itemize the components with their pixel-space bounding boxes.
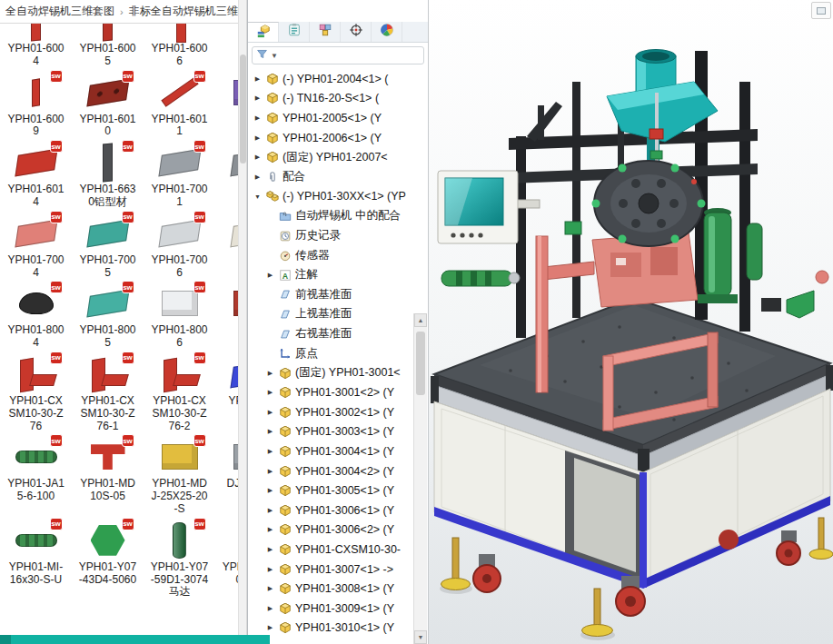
configurationmanager-tab[interactable]	[310, 22, 341, 42]
tree-item[interactable]: 原点	[248, 343, 428, 363]
collapse-arrow-icon[interactable]: ▼	[253, 193, 262, 200]
part-item[interactable]: swYPH01-8005	[72, 282, 144, 350]
part-item[interactable]: sw	[215, 213, 238, 280]
expand-arrow-icon[interactable]: ▶	[266, 546, 274, 553]
expand-arrow-icon[interactable]: ▶	[266, 507, 274, 514]
part-item[interactable]: swYPH01-6014	[0, 142, 72, 209]
expand-arrow-icon[interactable]: ▶	[266, 272, 274, 279]
expand-arrow-icon[interactable]: ▶	[266, 409, 274, 416]
part-item[interactable]: swYPH01-JA15-6-100	[0, 436, 72, 515]
part-item[interactable]: swYPH01-7006	[144, 213, 215, 280]
part-item[interactable]: swYPH01-6011	[144, 72, 215, 139]
scroll-up-icon[interactable]: ▲	[414, 313, 427, 327]
tree-item[interactable]: ▶YPH01-3001<2> (Y	[248, 383, 428, 403]
part-item[interactable]: swYPH	[215, 24, 238, 68]
part-item[interactable]: swYPH01-CXSM10-30-Z76-1	[72, 353, 144, 432]
part-item[interactable]: swYPH01-6006	[144, 24, 215, 68]
tree-item[interactable]: 传感器	[248, 245, 428, 265]
tree-item[interactable]: ▶YPH01-3009<1> (Y	[248, 599, 428, 619]
tree-item[interactable]: ▶YPH01-3004<2> (Y	[248, 461, 428, 481]
expand-arrow-icon[interactable]: ▶	[253, 114, 262, 122]
tree-filter-input[interactable]: ▼	[252, 46, 424, 64]
part-item[interactable]: swYPH01-6009	[0, 72, 72, 139]
expand-arrow-icon[interactable]: ▶	[266, 585, 274, 592]
confirmation-corner[interactable]	[811, 2, 831, 19]
part-item[interactable]: swYPH01-Y07-59D1-3074马达	[144, 520, 215, 599]
tree-item[interactable]: 上视基准面	[248, 304, 428, 324]
breadcrumb-tab-1[interactable]: 全自动焊锡机三维套图	[5, 4, 114, 19]
tree-item[interactable]: 右视基准面	[248, 324, 428, 344]
expand-arrow-icon[interactable]: ▶	[266, 624, 274, 631]
expand-arrow-icon[interactable]: ▶	[266, 448, 274, 455]
expand-arrow-icon[interactable]: ▶	[253, 75, 262, 83]
tree-item[interactable]: 自动焊锡机 中的配合	[248, 206, 428, 226]
expand-arrow-icon[interactable]: ▶	[266, 468, 274, 475]
chevron-down-icon[interactable]: ▼	[271, 52, 278, 60]
part-item[interactable]: swYPH01-CXSM10-30-Z76-2	[144, 353, 215, 432]
part-item[interactable]: swYPH	[215, 282, 238, 350]
tree-item[interactable]: ▶YPH01-3005<1> (Y	[248, 481, 428, 500]
part-item[interactable]: swYPH R06	[215, 353, 238, 432]
graphics-viewport[interactable]	[428, 0, 833, 644]
expand-arrow-icon[interactable]: ▶	[253, 154, 262, 161]
scrollbar-thumb[interactable]	[416, 332, 425, 395]
tree-item[interactable]: ▶YPH01-3008<1> (Y	[248, 579, 428, 599]
part-item[interactable]: swYPH 进球 Y09- 75	[215, 520, 238, 599]
expand-arrow-icon[interactable]: ▶	[266, 428, 274, 435]
part-item[interactable]: swYPH01-6004	[0, 24, 72, 68]
part-item[interactable]: swDJ-2 20-S	[215, 436, 238, 515]
part-item[interactable]: swYPH01-8004	[0, 282, 72, 350]
tree-item[interactable]: ▶YPH01-3007<1> ->	[248, 560, 428, 580]
tree-item[interactable]: ▶YPH01-CXSM10-30-	[248, 540, 428, 560]
part-item[interactable]: swYPH	[215, 72, 238, 139]
tree-item[interactable]: ▶YPH01-3003<1> (Y	[248, 422, 428, 442]
part-item[interactable]: swYPH01-Y07-43D4-5060	[72, 520, 144, 599]
tree-item[interactable]: ▶YPH01-3006<2> (Y	[248, 520, 428, 540]
expand-arrow-icon[interactable]: ▶	[266, 389, 274, 396]
expand-arrow-icon[interactable]: ▶	[253, 173, 262, 181]
part-item[interactable]: swYPH01-6010	[72, 72, 144, 139]
tree-item[interactable]: ▶配合	[248, 167, 428, 187]
part-item[interactable]: swYPH01-7005	[72, 213, 144, 280]
tree-item[interactable]: ▶YPH01-3006<1> (Y	[248, 500, 428, 520]
tree-item[interactable]: ▼(-) YPH01-30XX<1> (YP	[248, 187, 428, 207]
expand-arrow-icon[interactable]: ▶	[266, 526, 274, 533]
featuremanager-tab[interactable]	[248, 22, 279, 42]
propertymanager-tab[interactable]	[279, 22, 310, 42]
part-item[interactable]: swYPH01-MI-16x30-S-U	[0, 520, 72, 599]
part-item[interactable]: swYPH01-8006	[144, 282, 215, 350]
part-item[interactable]: swYPH	[215, 142, 238, 209]
tree-item[interactable]: 历史记录	[248, 226, 428, 246]
expand-arrow-icon[interactable]: ▶	[253, 94, 262, 102]
tree-item[interactable]: ▶YPH01-3004<1> (Y	[248, 441, 428, 461]
part-item[interactable]: swYPH01-7001	[144, 142, 215, 209]
tree-item[interactable]: ▶(-) YPH01-2004<1> (	[248, 69, 428, 89]
tree-scrollbar[interactable]: ▲ ▼	[413, 313, 427, 644]
tree-item[interactable]: ▶YPH01-2005<1> (Y	[248, 108, 428, 128]
expand-arrow-icon[interactable]: ▶	[266, 370, 274, 377]
parts-panel-scrollbar[interactable]	[238, 0, 247, 635]
scroll-down-icon[interactable]: ▼	[414, 630, 427, 644]
expand-arrow-icon[interactable]: ▶	[266, 487, 274, 494]
part-item[interactable]: swYPH01-CXSM10-30-Z76	[0, 353, 72, 432]
part-item[interactable]: swYPH01-6630铝型材	[72, 142, 144, 209]
part-item[interactable]: swYPH01-6005	[72, 24, 144, 68]
part-item[interactable]: swYPH01-MDJ-25X25-20-S	[144, 436, 215, 515]
tree-item[interactable]: ▶YPH01-2006<1> (Y	[248, 128, 428, 148]
tree-item[interactable]: ▶(-) TN16-20-S<1> (	[248, 89, 428, 109]
expand-arrow-icon[interactable]: ▶	[253, 134, 262, 142]
tree-item[interactable]: ▶(固定) YPH01-2007<	[248, 147, 428, 167]
tree-item[interactable]: ▶YPH01-3002<1> (Y	[248, 402, 428, 422]
part-item[interactable]: swYPH01-7004	[0, 213, 72, 280]
tree-item[interactable]: ▶YPH01-3010<1> (Y	[248, 619, 428, 639]
dimxpertmanager-tab[interactable]	[341, 22, 372, 42]
expand-arrow-icon[interactable]: ▶	[266, 605, 274, 612]
scrollbar-thumb[interactable]	[240, 54, 246, 163]
expand-arrow-icon[interactable]: ▶	[266, 566, 274, 573]
part-item[interactable]: swYPH01-MD10S-05	[72, 436, 144, 515]
tree-item[interactable]: ▶(固定) YPH01-3001<	[248, 363, 428, 383]
breadcrumb-tab-2[interactable]: 非标全自动焊锡机三维套图	[129, 4, 238, 19]
tree-item[interactable]: 前视基准面	[248, 285, 428, 305]
tree-item[interactable]: ▶A注解	[248, 265, 428, 285]
displaymanager-tab[interactable]	[372, 22, 402, 42]
